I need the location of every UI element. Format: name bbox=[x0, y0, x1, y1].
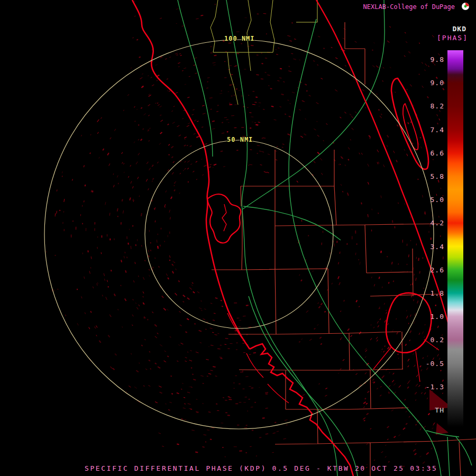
scale-label: 0.2 bbox=[420, 336, 444, 344]
colorbar bbox=[447, 50, 463, 427]
product-code: DKD bbox=[453, 25, 466, 33]
scale-label: -0.5 bbox=[420, 360, 444, 368]
scale-label-threshold: TH bbox=[420, 407, 444, 414]
site-title: NEXLAB-College of DuPage bbox=[363, 3, 455, 11]
scale-label: 2.6 bbox=[420, 267, 444, 274]
scale-label: -1.3 bbox=[420, 383, 444, 391]
scale-label: 9.8 bbox=[420, 56, 444, 63]
scale-label: 5.8 bbox=[420, 173, 444, 180]
range-ring-label-100nmi: 100 NMI bbox=[224, 35, 255, 42]
scale-label: 4.2 bbox=[420, 219, 444, 227]
product-caption: SPECIFIC DIFFERENTIAL PHASE (KDP) 0.5 DE… bbox=[85, 464, 437, 472]
map-background bbox=[0, 0, 476, 476]
scale-label: 7.4 bbox=[420, 126, 444, 134]
scale-label: 6.6 bbox=[420, 150, 444, 157]
scale-label: 1.8 bbox=[420, 290, 444, 297]
cod-logo-icon bbox=[461, 2, 470, 11]
scale-label: 3.4 bbox=[420, 243, 444, 251]
scale-label: 1.0 bbox=[420, 313, 444, 321]
product-units: [PHAS] bbox=[437, 34, 468, 42]
radar-map bbox=[0, 0, 476, 476]
radar-display: NEXLAB-College of DuPage DKD [PHAS] 9.8 … bbox=[0, 0, 476, 476]
range-ring-label-50nmi: 50 NMI bbox=[227, 136, 253, 143]
scale-label: 8.2 bbox=[420, 103, 444, 110]
scale-label: 5.0 bbox=[420, 196, 444, 204]
scale-label: 9.0 bbox=[420, 79, 444, 87]
